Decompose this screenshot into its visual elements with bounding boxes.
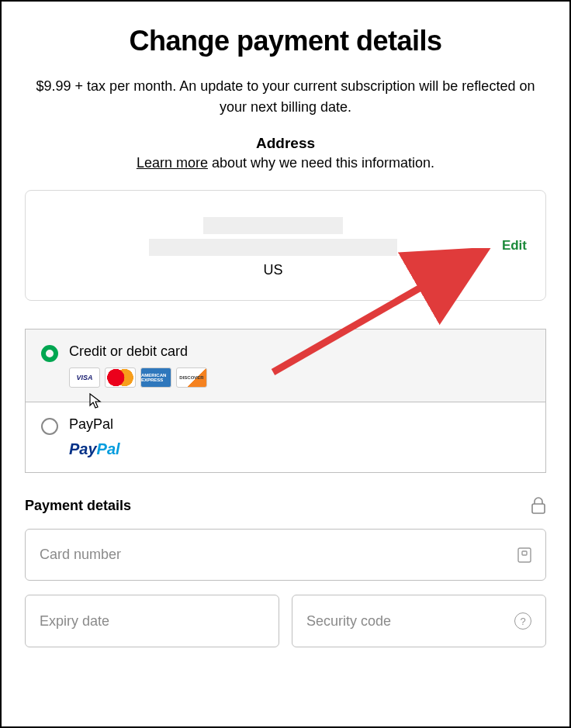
svg-rect-0 [532, 504, 545, 513]
learn-more-link[interactable]: Learn more [137, 155, 208, 171]
method-option-card[interactable]: Credit or debit card VISA AMERICAN EXPRE… [26, 329, 545, 402]
card-logos: VISA AMERICAN EXPRESS DISCOVER [69, 367, 530, 388]
expiry-security-row: Expiry date Security code ? [25, 595, 546, 647]
mastercard-logo [105, 367, 136, 388]
address-line-1-redacted [203, 217, 343, 234]
address-line-2-redacted [149, 239, 397, 256]
expiry-placeholder: Expiry date [40, 613, 109, 630]
help-icon[interactable]: ? [514, 612, 531, 630]
address-info-line: Learn more about why we need this inform… [25, 155, 546, 171]
address-country: US [44, 262, 502, 278]
radio-paypal[interactable] [41, 418, 58, 435]
security-code-field[interactable]: Security code ? [292, 595, 546, 647]
payment-method-group: Credit or debit card VISA AMERICAN EXPRE… [25, 329, 546, 473]
edit-address-link[interactable]: Edit [502, 238, 527, 254]
radio-card[interactable] [41, 345, 58, 362]
expiry-field[interactable]: Expiry date [25, 595, 279, 647]
method-card-label: Credit or debit card [69, 343, 530, 360]
paypal-logo: PayPal [69, 440, 530, 458]
payment-details-heading: Payment details [25, 498, 131, 514]
payment-details-heading-row: Payment details [25, 496, 546, 515]
security-placeholder: Security code [306, 613, 391, 630]
address-card: US Edit [25, 190, 546, 301]
address-info-tail: about why we need this information. [208, 155, 434, 171]
discover-logo: DISCOVER [176, 367, 207, 388]
card-number-field[interactable]: Card number [25, 529, 546, 581]
address-heading: Address [25, 135, 546, 152]
visa-logo: VISA [69, 367, 100, 388]
method-option-paypal[interactable]: PayPal PayPal [26, 402, 545, 472]
subscription-subtext: $9.99 + tax per month. An update to your… [33, 76, 538, 118]
card-number-placeholder: Card number [40, 547, 121, 563]
lock-icon [531, 496, 546, 515]
card-chip-icon [517, 547, 531, 563]
method-paypal-label: PayPal [69, 416, 530, 433]
address-content: US [44, 212, 502, 278]
page-title: Change payment details [25, 25, 546, 57]
amex-logo: AMERICAN EXPRESS [140, 367, 171, 388]
svg-rect-2 [522, 551, 527, 555]
